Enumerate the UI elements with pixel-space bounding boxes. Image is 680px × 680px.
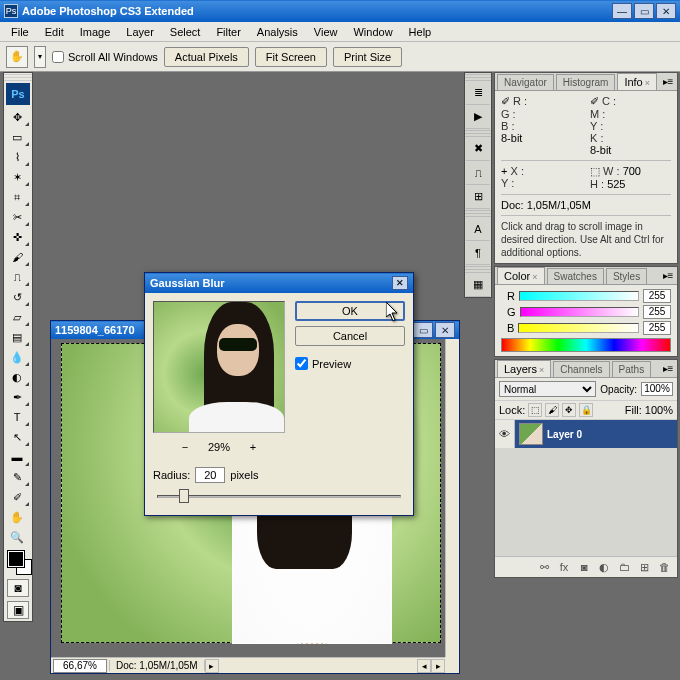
r-value[interactable]: 255 (643, 289, 671, 303)
tab-swatches[interactable]: Swatches (547, 268, 604, 284)
group-icon[interactable]: 🗀 (615, 559, 633, 575)
menu-window[interactable]: Window (346, 24, 399, 40)
menu-select[interactable]: Select (163, 24, 208, 40)
layers-panel-menu-icon[interactable]: ▸≡ (661, 362, 675, 374)
doc-close-button[interactable]: ✕ (435, 322, 455, 338)
g-value[interactable]: 255 (643, 305, 671, 319)
layer-style-icon[interactable]: fx (555, 559, 573, 575)
dock-brushes-icon[interactable]: ✖ (466, 137, 490, 161)
slice-tool-icon[interactable]: ✂ (4, 207, 30, 227)
tab-channels[interactable]: Channels (553, 361, 609, 377)
zoom-tool-icon[interactable]: 🔍 (4, 527, 30, 547)
lock-paint-icon[interactable]: 🖌 (545, 403, 559, 417)
type-tool-icon[interactable]: T (4, 407, 30, 427)
fill-value[interactable]: 100% (645, 404, 673, 416)
menu-analysis[interactable]: Analysis (250, 24, 305, 40)
b-value[interactable]: 255 (643, 321, 671, 335)
eyedropper-icon[interactable]: ✐ (4, 487, 30, 507)
tool-preset-dropdown[interactable]: ▾ (34, 46, 46, 68)
history-brush-icon[interactable]: ↺ (4, 287, 30, 307)
color-swatches[interactable] (4, 547, 32, 577)
path-select-icon[interactable]: ↖ (4, 427, 30, 447)
doc-maximize-button[interactable]: ▭ (413, 322, 433, 338)
menu-file[interactable]: File (4, 24, 36, 40)
dock-para-icon[interactable]: ¶ (466, 241, 490, 265)
foreground-color-swatch[interactable] (8, 551, 24, 567)
minimize-button[interactable]: — (612, 3, 632, 19)
toolbox-grip[interactable] (4, 73, 32, 81)
wand-tool-icon[interactable]: ✶ (4, 167, 30, 187)
hand-tool-icon[interactable]: ✋ (6, 46, 28, 68)
vertical-scrollbar[interactable] (445, 339, 459, 657)
cancel-button[interactable]: Cancel (295, 326, 405, 346)
zoom-field[interactable]: 66,67% (53, 659, 107, 673)
lock-all-icon[interactable]: 🔒 (579, 403, 593, 417)
menu-layer[interactable]: Layer (119, 24, 161, 40)
adjustment-layer-icon[interactable]: ◐ (595, 559, 613, 575)
pen-tool-icon[interactable]: ✒ (4, 387, 30, 407)
marquee-tool-icon[interactable]: ▭ (4, 127, 30, 147)
screen-mode-icon[interactable]: ▣ (7, 601, 29, 619)
menu-filter[interactable]: Filter (209, 24, 247, 40)
zoom-out-icon[interactable]: − (176, 439, 194, 455)
dock-presets-icon[interactable]: ⊞ (466, 185, 490, 209)
ok-button[interactable]: OK (295, 301, 405, 321)
slider-thumb[interactable] (179, 489, 189, 503)
menu-edit[interactable]: Edit (38, 24, 71, 40)
r-slider[interactable] (519, 291, 639, 301)
color-spectrum[interactable] (501, 338, 671, 352)
blend-mode-select[interactable]: Normal (499, 381, 596, 397)
actual-pixels-button[interactable]: Actual Pixels (164, 47, 249, 67)
radius-input[interactable] (195, 467, 225, 483)
healing-tool-icon[interactable]: ✜ (4, 227, 30, 247)
preview-checkbox-input[interactable] (295, 357, 308, 370)
doc-info-text[interactable]: Doc: 1,05M/1,05M (109, 660, 205, 671)
menu-image[interactable]: Image (73, 24, 118, 40)
tab-info[interactable]: Info× (617, 73, 657, 90)
radius-slider[interactable] (157, 487, 401, 505)
link-layers-icon[interactable]: ⚯ (535, 559, 553, 575)
zoom-in-icon[interactable]: + (244, 439, 262, 455)
shape-tool-icon[interactable]: ▬ (4, 447, 30, 467)
tab-histogram[interactable]: Histogram (556, 74, 616, 90)
stamp-tool-icon[interactable]: ⎍ (4, 267, 30, 287)
tab-navigator[interactable]: Navigator (497, 74, 554, 90)
info-panel-menu-icon[interactable]: ▸≡ (661, 75, 675, 87)
b-slider[interactable] (518, 323, 639, 333)
color-panel-menu-icon[interactable]: ▸≡ (661, 269, 675, 281)
layer-mask-icon[interactable]: ◙ (575, 559, 593, 575)
notes-tool-icon[interactable]: ✎ (4, 467, 30, 487)
print-size-button[interactable]: Print Size (333, 47, 402, 67)
eraser-tool-icon[interactable]: ▱ (4, 307, 30, 327)
dock-clone-icon[interactable]: ⎍ (466, 161, 490, 185)
tab-color[interactable]: Color× (497, 267, 545, 284)
dialog-close-button[interactable]: ✕ (392, 276, 408, 290)
crop-tool-icon[interactable]: ⌗ (4, 187, 30, 207)
dodge-tool-icon[interactable]: ◐ (4, 367, 30, 387)
tab-layers[interactable]: Layers× (497, 360, 551, 377)
new-layer-icon[interactable]: ⊞ (635, 559, 653, 575)
tab-styles[interactable]: Styles (606, 268, 647, 284)
move-tool-icon[interactable]: ✥ (4, 107, 30, 127)
close-button[interactable]: ✕ (656, 3, 676, 19)
hscroll-left-icon[interactable]: ◂ (417, 659, 431, 673)
dialog-titlebar[interactable]: Gaussian Blur ✕ (145, 273, 413, 293)
quick-mask-icon[interactable]: ◙ (7, 579, 29, 597)
scroll-all-input[interactable] (52, 51, 64, 63)
dock-grip[interactable] (465, 73, 491, 81)
preview-checkbox[interactable]: Preview (295, 357, 405, 370)
lasso-tool-icon[interactable]: ⌇ (4, 147, 30, 167)
layer-thumbnail[interactable] (519, 423, 543, 445)
lock-transparency-icon[interactable]: ⬚ (528, 403, 542, 417)
menu-help[interactable]: Help (402, 24, 439, 40)
layer-row[interactable]: 👁 Layer 0 (495, 420, 677, 448)
g-slider[interactable] (520, 307, 639, 317)
delete-layer-icon[interactable]: 🗑 (655, 559, 673, 575)
dock-char-icon[interactable]: A (466, 217, 490, 241)
hand-tool-tb-icon[interactable]: ✋ (4, 507, 30, 527)
lock-position-icon[interactable]: ✥ (562, 403, 576, 417)
dock-actions-icon[interactable]: ▶ (466, 105, 490, 129)
brush-tool-icon[interactable]: 🖌 (4, 247, 30, 267)
maximize-button[interactable]: ▭ (634, 3, 654, 19)
hscroll-right-icon[interactable]: ▸ (431, 659, 445, 673)
